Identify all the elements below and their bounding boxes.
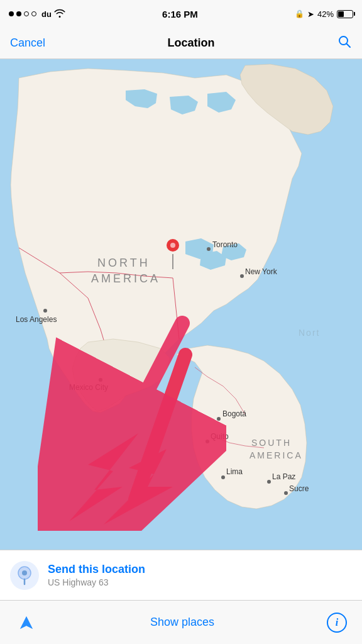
svg-marker-38	[20, 616, 33, 629]
svg-text:AMERICA: AMERICA	[91, 272, 160, 285]
svg-point-10	[240, 274, 244, 278]
svg-point-22	[267, 480, 271, 484]
location-title: Send this location	[48, 563, 145, 576]
svg-text:Bogotá: Bogotá	[222, 409, 246, 418]
location-subtitle: US Highway 63	[48, 577, 145, 587]
search-icon[interactable]	[337, 34, 352, 53]
info-button[interactable]: i	[327, 613, 347, 633]
status-left: du	[9, 9, 65, 19]
status-right: 🔒 ➤ 42%	[295, 9, 353, 19]
status-time: 6:16 PM	[162, 9, 198, 19]
svg-point-8	[207, 247, 211, 251]
lock-icon: 🔒	[295, 9, 304, 18]
svg-text:Toronto: Toronto	[212, 240, 238, 249]
svg-line-1	[347, 43, 351, 47]
svg-text:Sucre: Sucre	[289, 484, 309, 493]
location-card[interactable]: Send this location US Highway 63	[0, 550, 362, 600]
battery-indicator	[337, 10, 353, 18]
nav-bar: Cancel Location	[0, 28, 362, 59]
svg-point-35	[22, 570, 27, 575]
svg-point-12	[43, 309, 47, 313]
svg-text:NORTH: NORTH	[97, 257, 150, 269]
signal-dot-2	[16, 11, 21, 16]
show-places-button[interactable]: Show places	[150, 616, 214, 629]
signal-dot-3	[24, 11, 29, 16]
svg-point-24	[284, 491, 288, 495]
battery-percent: 42%	[317, 9, 334, 19]
svg-text:Lima: Lima	[226, 467, 243, 476]
info-icon: i	[336, 617, 338, 628]
map-container[interactable]: NORTH AMERICA SOUTH AMERICA Nort Toronto…	[0, 59, 362, 550]
svg-text:AMERICA: AMERICA	[250, 450, 303, 460]
svg-text:SOUTH: SOUTH	[251, 438, 292, 448]
current-location-button[interactable]	[15, 611, 38, 634]
signal-dot-4	[31, 11, 36, 16]
svg-point-14	[99, 378, 102, 382]
location-icon-wrap	[10, 561, 39, 590]
svg-text:Los Angeles: Los Angeles	[16, 315, 57, 324]
svg-text:Mexico City: Mexico City	[69, 383, 108, 392]
signal-dot-1	[9, 11, 14, 16]
wifi-icon	[54, 9, 65, 19]
svg-point-18	[206, 440, 209, 443]
svg-text:New York: New York	[245, 267, 278, 276]
svg-text:Quito: Quito	[211, 432, 229, 441]
svg-text:La Paz: La Paz	[272, 472, 295, 481]
bottom-bar: Show places i	[0, 600, 362, 644]
location-active-icon: ➤	[307, 9, 314, 19]
svg-point-16	[217, 417, 221, 421]
location-arrow-icon	[19, 615, 34, 630]
pin-icon	[16, 565, 33, 586]
svg-text:Nort: Nort	[299, 328, 320, 338]
carrier-label: du	[41, 9, 52, 19]
battery-fill	[338, 11, 344, 17]
cancel-button[interactable]: Cancel	[10, 36, 45, 50]
status-bar: du 6:16 PM 🔒 ➤ 42%	[0, 0, 362, 28]
svg-point-28	[170, 243, 175, 248]
page-title: Location	[168, 36, 215, 50]
location-info: Send this location US Highway 63	[48, 563, 145, 587]
svg-point-20	[221, 475, 225, 479]
